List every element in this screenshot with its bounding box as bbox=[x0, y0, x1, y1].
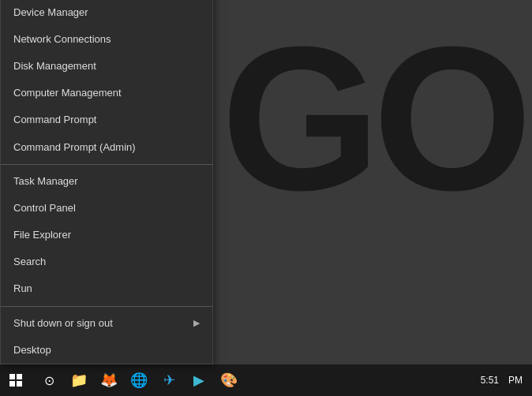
menu-divider bbox=[1, 306, 212, 307]
menu-item-control-panel[interactable]: Control Panel bbox=[1, 195, 212, 222]
menu-item-label-disk-management: Disk Management bbox=[13, 59, 96, 73]
desktop-bg-text: GO bbox=[221, 16, 524, 221]
menu-item-command-prompt[interactable]: Command Prompt bbox=[1, 106, 212, 133]
taskbar: ⊙ 📁 🦊 🌐 ✈ ▶ 🎨 5:51 PM bbox=[0, 364, 532, 396]
menu-item-run[interactable]: Run bbox=[1, 275, 212, 302]
tray-ampm: PM bbox=[505, 375, 526, 386]
menu-item-file-explorer[interactable]: File Explorer bbox=[1, 222, 212, 248]
extra-taskbar[interactable]: 🎨 bbox=[215, 364, 243, 396]
menu-item-shut-down[interactable]: Shut down or sign out▶ bbox=[1, 310, 212, 337]
menu-item-disk-management[interactable]: Disk Management bbox=[1, 53, 212, 80]
system-tray: 5:51 PM bbox=[478, 375, 532, 386]
file-explorer-taskbar[interactable]: 📁 bbox=[65, 364, 93, 396]
menu-item-task-manager[interactable]: Task Manager bbox=[1, 168, 212, 195]
menu-item-command-prompt-admin[interactable]: Command Prompt (Admin) bbox=[1, 134, 212, 161]
menu-item-label-search: Search bbox=[13, 255, 46, 269]
chrome-taskbar[interactable]: 🌐 bbox=[125, 364, 153, 396]
menu-divider bbox=[1, 164, 212, 165]
media-taskbar[interactable]: ▶ bbox=[185, 364, 213, 396]
telegram-taskbar[interactable]: ✈ bbox=[155, 364, 183, 396]
menu-item-label-device-manager: Device Manager bbox=[13, 6, 88, 20]
menu-item-label-network-connections: Network Connections bbox=[13, 32, 111, 47]
search-taskbar-button[interactable]: ⊙ bbox=[35, 364, 63, 396]
windows-icon bbox=[9, 374, 22, 387]
menu-item-search[interactable]: Search bbox=[1, 248, 212, 275]
menu-item-desktop[interactable]: Desktop bbox=[1, 337, 212, 364]
menu-item-label-run: Run bbox=[13, 282, 32, 296]
menu-item-label-shut-down: Shut down or sign out bbox=[13, 316, 113, 331]
menu-item-computer-management[interactable]: Computer Management bbox=[1, 80, 212, 106]
menu-item-network-connections[interactable]: Network Connections bbox=[1, 26, 212, 53]
menu-item-label-control-panel: Control Panel bbox=[13, 201, 76, 215]
menu-item-label-command-prompt: Command Prompt bbox=[13, 113, 96, 127]
firefox-taskbar[interactable]: 🦊 bbox=[95, 364, 123, 396]
menu-item-label-task-manager: Task Manager bbox=[13, 174, 78, 189]
menu-item-label-command-prompt-admin: Command Prompt (Admin) bbox=[13, 140, 136, 155]
menu-item-label-desktop: Desktop bbox=[13, 343, 51, 357]
menu-item-label-computer-management: Computer Management bbox=[13, 86, 122, 100]
chevron-right-icon: ▶ bbox=[193, 317, 200, 329]
taskbar-icons: ⊙ 📁 🦊 🌐 ✈ ▶ 🎨 bbox=[35, 364, 243, 396]
start-button[interactable] bbox=[0, 364, 32, 396]
menu-item-device-manager[interactable]: Device Manager bbox=[1, 0, 212, 26]
tray-time: 5:51 bbox=[478, 375, 502, 386]
context-menu: SystemDevice ManagerNetwork ConnectionsD… bbox=[0, 0, 213, 364]
menu-item-label-file-explorer: File Explorer bbox=[13, 228, 71, 242]
